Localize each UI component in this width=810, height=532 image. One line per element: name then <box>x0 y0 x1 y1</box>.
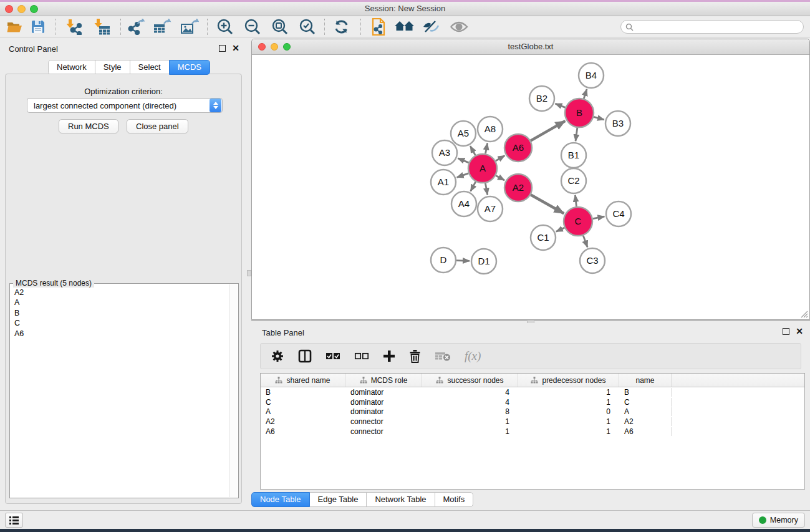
zoom-fit-icon[interactable] <box>269 17 291 36</box>
eye-icon[interactable] <box>448 17 470 36</box>
network-graph[interactable]: ABCA6A2A1A3A4A5A7A8B1B2B3B4C1C2C3C4DD1 <box>252 55 809 319</box>
graph-node-C2[interactable]: C2 <box>561 168 586 193</box>
vertical-splitter[interactable] <box>247 37 251 320</box>
graph-node-C3[interactable]: C3 <box>580 248 605 273</box>
task-history-button[interactable] <box>5 513 23 528</box>
zoom-in-icon[interactable] <box>215 17 236 36</box>
graph-node-C4[interactable]: C4 <box>606 201 631 226</box>
graph-node-C1[interactable]: C1 <box>531 225 556 250</box>
graph-edge-A2-C[interactable] <box>531 195 564 213</box>
graph-node-B1[interactable]: B1 <box>561 143 586 168</box>
graph-edge-B-B1[interactable] <box>576 128 577 141</box>
graph-edge-A-A3[interactable] <box>458 158 469 163</box>
save-session-icon[interactable] <box>27 17 49 36</box>
vertical-splitter-handle[interactable] <box>247 270 251 276</box>
graph-node-B2[interactable]: B2 <box>529 86 554 111</box>
home-icon[interactable] <box>394 17 415 36</box>
graph-node-A2[interactable]: A2 <box>504 174 532 201</box>
node-table[interactable]: shared name MCDS role successor nodes pr… <box>260 373 805 490</box>
graph-node-A7[interactable]: A7 <box>478 196 503 221</box>
memory-button[interactable]: Memory <box>752 513 805 528</box>
tab-style[interactable]: Style <box>95 60 130 75</box>
delete-table-icon[interactable] <box>435 351 451 362</box>
function-builder-icon[interactable]: f(x) <box>465 349 481 363</box>
graph-edge-A-A2[interactable] <box>496 175 504 180</box>
graph-node-A3[interactable]: A3 <box>432 140 457 165</box>
mcds-result-item[interactable]: C <box>14 318 229 328</box>
graph-node-B[interactable]: B <box>565 99 594 127</box>
gear-icon[interactable] <box>271 349 284 363</box>
deselect-all-icon[interactable] <box>354 352 369 360</box>
graph-node-A[interactable]: A <box>468 154 497 183</box>
graph-node-A5[interactable]: A5 <box>451 121 476 146</box>
graph-node-A8[interactable]: A8 <box>478 117 503 142</box>
run-mcds-button[interactable]: Run MCDS <box>59 119 118 133</box>
table-row[interactable]: Bdominator41B <box>261 387 804 397</box>
graph-edge-A-A1[interactable] <box>457 173 469 178</box>
open-file-icon[interactable] <box>4 17 25 36</box>
minimize-window-button[interactable] <box>17 5 26 13</box>
zoom-selected-icon[interactable] <box>297 17 318 36</box>
table-row[interactable]: Cdominator41C <box>261 397 804 407</box>
network-minimize-button[interactable] <box>271 43 278 51</box>
mcds-result-item[interactable]: B <box>14 308 229 318</box>
table-row[interactable]: Adominator80A <box>261 407 804 417</box>
graph-edge-C-C3[interactable] <box>583 236 587 248</box>
table-row[interactable]: A2connector11A2 <box>261 417 804 427</box>
tab-network-table[interactable]: Network Table <box>366 492 435 507</box>
float-panel-icon[interactable] <box>219 45 226 52</box>
graph-node-A1[interactable]: A1 <box>431 170 456 195</box>
result-scrollbar[interactable] <box>229 284 238 497</box>
export-network-icon[interactable] <box>125 17 147 36</box>
select-all-icon[interactable] <box>325 352 340 360</box>
zoom-window-button[interactable] <box>30 5 38 13</box>
resize-grip-icon[interactable] <box>799 309 808 318</box>
zoom-out-icon[interactable] <box>242 17 263 36</box>
tab-mcds[interactable]: MCDS <box>169 60 210 75</box>
network-close-button[interactable] <box>258 43 266 51</box>
mcds-result-item[interactable]: A6 <box>14 329 229 339</box>
close-panel-button[interactable]: Close panel <box>127 119 188 133</box>
graph-edge-C-C1[interactable] <box>556 228 564 231</box>
graph-node-D[interactable]: D <box>431 248 456 273</box>
float-table-panel-icon[interactable] <box>783 328 789 335</box>
node-table-body[interactable]: Bdominator41BCdominator41CAdominator80AA… <box>261 387 804 437</box>
close-window-button[interactable] <box>5 5 13 13</box>
table-row[interactable]: A6connector11A6 <box>261 427 804 437</box>
export-table-icon[interactable] <box>152 17 173 36</box>
criterion-dropdown[interactable]: largest connected component (directed) <box>27 98 223 113</box>
import-network-icon[interactable] <box>63 17 84 36</box>
graph-node-D1[interactable]: D1 <box>471 249 496 274</box>
tab-motifs[interactable]: Motifs <box>435 492 474 507</box>
add-column-icon[interactable] <box>383 350 395 362</box>
graph-edge-C-C4[interactable] <box>593 216 605 218</box>
graph-node-B4[interactable]: B4 <box>579 63 604 88</box>
export-image-icon[interactable] <box>179 17 200 36</box>
mcds-result-item[interactable]: A <box>14 297 229 307</box>
tab-select[interactable]: Select <box>130 60 170 75</box>
graph-edge-C-C2[interactable] <box>575 195 576 206</box>
graph-edge-A-A7[interactable] <box>485 183 487 195</box>
column-header-mcds-role[interactable]: MCDS role <box>345 374 422 387</box>
mcds-result-list[interactable]: A2ABCA6 <box>11 285 229 497</box>
graph-node-A6[interactable]: A6 <box>504 134 532 162</box>
column-header-shared-name[interactable]: shared name <box>261 374 345 387</box>
graph-node-A4[interactable]: A4 <box>451 191 476 216</box>
graph-edge-A-A4[interactable] <box>471 181 476 191</box>
graph-edge-A-A5[interactable] <box>470 146 475 155</box>
column-selector-icon[interactable] <box>298 349 312 363</box>
column-header-name[interactable]: name <box>619 374 672 387</box>
graph-node-B3[interactable]: B3 <box>605 111 630 136</box>
close-table-panel-icon[interactable]: ✕ <box>796 328 803 335</box>
graph-edge-B-B2[interactable] <box>555 104 565 107</box>
network-canvas[interactable]: ABCA6A2A1A3A4A5A7A8B1B2B3B4C1C2C3C4DD1 <box>252 55 809 319</box>
graph-node-C[interactable]: C <box>564 207 592 236</box>
tab-edge-table[interactable]: Edge Table <box>309 492 367 507</box>
tab-node-table[interactable]: Node Table <box>251 492 310 507</box>
search-input[interactable] <box>634 22 803 31</box>
graph-edge-D-D1[interactable] <box>456 261 470 261</box>
graph-edge-B-B4[interactable] <box>584 89 587 99</box>
delete-icon[interactable] <box>409 349 421 363</box>
graph-edge-A-A8[interactable] <box>485 143 487 154</box>
import-table-icon[interactable] <box>91 17 112 36</box>
